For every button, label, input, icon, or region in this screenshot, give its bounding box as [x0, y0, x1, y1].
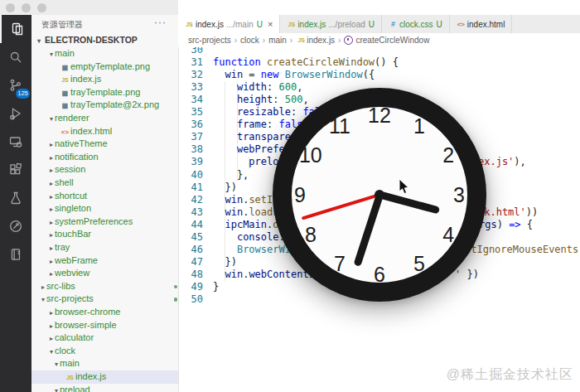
tree-root-electron-desktop[interactable]: ▾ELECTRON-DESKTOP — [31, 33, 178, 47]
tree-item-label: systemPreferences — [55, 216, 133, 226]
clock-number-5: 5 — [408, 252, 431, 275]
chevron-right-icon: ▸ — [48, 307, 55, 320]
remote-explorer-icon[interactable] — [0, 128, 31, 156]
tree-item-systempreferences[interactable]: ▸systemPreferences — [31, 215, 179, 229]
breadcrumb-separator: › — [290, 36, 292, 45]
explorer-title: 资源管理器 — [41, 19, 83, 31]
breadcrumb-item-clock[interactable]: clock — [240, 36, 259, 45]
js-file-icon: JS — [296, 37, 307, 43]
chevron-right-icon: ▸ — [48, 229, 55, 242]
clock-number-1: 1 — [408, 114, 431, 138]
breadcrumb-separator: › — [263, 36, 265, 45]
git-status-badge: U — [437, 20, 442, 29]
tree-item-index-html[interactable]: <>index.htmlU — [31, 125, 179, 138]
code-text: }) — [213, 181, 237, 194]
tree-item-preload[interactable]: ▾preload — [31, 384, 179, 392]
tab-path-hint: .../main — [226, 20, 254, 29]
traffic-light-close-button[interactable] — [6, 3, 15, 12]
css-file-icon: # — [389, 20, 398, 28]
extensions-icon[interactable] — [0, 156, 31, 184]
run-debug-icon[interactable] — [0, 99, 31, 128]
tab-index-html[interactable]: <>index.html — [450, 15, 513, 33]
tree-item-singleton[interactable]: ▸singleton — [31, 202, 179, 215]
tree-item-label: tray — [55, 242, 70, 252]
tab-index-js-preload[interactable]: JSindex.js.../preloadU — [280, 15, 382, 33]
tree-item-label: nativeTheme — [55, 138, 108, 148]
line-number: 42 — [178, 194, 203, 206]
notebook-icon[interactable] — [0, 240, 31, 269]
code-line-32[interactable]: 32 win = new BrowserWindow({ — [178, 69, 580, 81]
tree-item-calculator[interactable]: ▸calculator — [31, 332, 179, 345]
js-file-icon: JS — [185, 22, 194, 27]
tree-item-touchbar[interactable]: ▸touchBar — [31, 228, 179, 241]
tree-item-emptytemplate-png[interactable]: ▦emptyTemplate.pngU — [31, 60, 179, 74]
tree-item-renderer[interactable]: ▾renderer — [31, 112, 179, 125]
tree-item-tray[interactable]: ▸tray — [31, 241, 179, 254]
tree-item-label: singleton — [55, 203, 91, 213]
modified-dot-badge — [174, 285, 178, 289]
traffic-light-minimize-button[interactable] — [22, 3, 31, 12]
tree-item-label: clock — [55, 346, 75, 356]
tree-item-label: src-libs — [46, 281, 75, 291]
breadcrumb[interactable]: src-projects›clock›main›JSindex.js›creat… — [178, 33, 580, 47]
line-number: 36 — [178, 119, 203, 131]
tree-item-clock[interactable]: ▾clock — [31, 345, 179, 358]
testing-flask-icon[interactable] — [0, 184, 31, 212]
tree-item-shortcut[interactable]: ▸shortcut — [31, 190, 179, 203]
line-number: 49 — [178, 281, 203, 293]
source-control-icon[interactable]: 125 — [0, 71, 31, 99]
breadcrumb-item-src-projects[interactable]: src-projects — [188, 36, 231, 45]
traffic-light-zoom-button[interactable] — [37, 3, 46, 12]
img-file-icon: ▦ — [60, 99, 70, 113]
tree-item-label: webview — [55, 268, 89, 278]
line-number: 45 — [178, 231, 203, 244]
tree-item-webview[interactable]: ▸webview — [31, 267, 179, 280]
tree-item-session[interactable]: ▸session — [31, 163, 179, 177]
breadcrumb-label: main — [268, 36, 287, 45]
chevron-down-icon: ▾ — [53, 385, 60, 392]
tree-item-shell[interactable]: ▸shell — [31, 177, 179, 190]
tree-item-label: renderer — [55, 113, 89, 123]
more-actions-icon[interactable]: ··· — [154, 17, 167, 28]
breadcrumb-item-createcirclewindow[interactable]: createCircleWindow — [344, 36, 429, 45]
tree-item-label: emptyTemplate.png — [70, 61, 150, 71]
tree-item-main[interactable]: ▾main — [31, 47, 179, 60]
code-fragment: ck.html')) — [478, 206, 538, 219]
explorer-icon[interactable] — [0, 15, 33, 43]
clock-number-3: 3 — [447, 183, 471, 206]
breadcrumb-item-index-js[interactable]: JSindex.js — [296, 36, 335, 45]
tab-index-js-main[interactable]: JSindex.js.../mainU× — [178, 15, 280, 33]
tree-item-label: src-projects — [46, 293, 94, 303]
tree-item-label: session — [55, 164, 85, 174]
watermark: @稀土掘金技术社区 — [0, 366, 573, 384]
tree-item-webframe[interactable]: ▸webFrame — [31, 254, 179, 268]
line-number: 33 — [178, 81, 203, 94]
live-share-icon[interactable] — [0, 212, 31, 240]
chevron-down-icon: ▾ — [48, 48, 55, 61]
tree-item-browser-chrome[interactable]: ▸browser-chrome — [31, 306, 179, 319]
html-file-icon: <> — [60, 126, 70, 139]
code-line-31[interactable]: 31function createCircleWindow() { — [178, 56, 580, 69]
tree-item-src-projects[interactable]: ▾src-projects — [31, 293, 179, 306]
tree-item-index-js[interactable]: JSindex.jsU — [31, 73, 179, 86]
tree-item-traytemplate-2x-png[interactable]: ▦trayTemplate@2x.pngU — [31, 99, 179, 112]
tree-item-traytemplate-png[interactable]: ▦trayTemplate.pngU — [31, 86, 179, 99]
clock-number-4: 4 — [437, 223, 460, 246]
tree-item-nativetheme[interactable]: ▸nativeTheme — [31, 138, 179, 151]
tab-clock-css[interactable]: #clock.cssU — [382, 15, 450, 33]
line-number: 38 — [178, 143, 203, 156]
search-icon[interactable] — [0, 43, 31, 71]
tree-item-label: preload — [60, 385, 90, 392]
code-text: function createCircleWindow() { — [213, 56, 399, 69]
close-icon[interactable]: × — [268, 19, 273, 29]
method-symbol-icon — [344, 36, 353, 45]
line-number: 34 — [178, 94, 203, 106]
explorer-header: 资源管理器 ··· — [31, 15, 178, 33]
tree-item-browser-simple[interactable]: ▸browser-simple — [31, 319, 179, 332]
breadcrumb-item-main[interactable]: main — [268, 36, 287, 45]
tree-item-label: trayTemplate@2x.png — [70, 99, 159, 109]
git-status-badge: U — [257, 20, 263, 29]
tree-item-notification[interactable]: ▸notification — [31, 151, 179, 164]
tree-item-src-libs[interactable]: ▸src-libs — [31, 280, 179, 293]
tree-item-label: calculator — [55, 332, 94, 342]
